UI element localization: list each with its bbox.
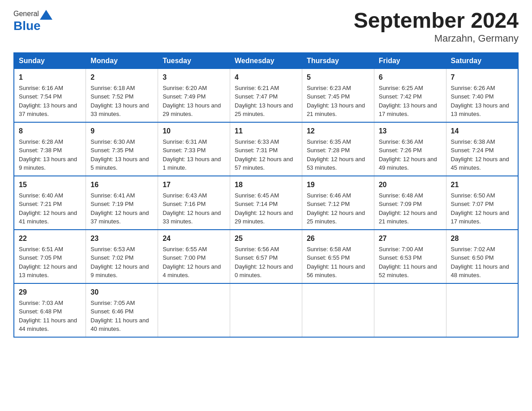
logo-triangle-icon — [40, 10, 52, 20]
calendar-cell: 1Sunrise: 6:16 AMSunset: 7:54 PMDaylight… — [14, 68, 86, 122]
day-info: Sunrise: 6:26 AMSunset: 7:40 PMDaylight:… — [451, 84, 513, 119]
day-number: 24 — [163, 233, 225, 244]
day-number: 8 — [19, 126, 81, 137]
day-number: 12 — [307, 126, 369, 137]
day-number: 5 — [307, 72, 369, 83]
day-number: 30 — [90, 287, 153, 298]
day-info: Sunrise: 6:55 AMSunset: 7:00 PMDaylight:… — [163, 245, 225, 280]
calendar-cell: 25Sunrise: 6:56 AMSunset: 6:57 PMDayligh… — [230, 230, 302, 283]
day-info: Sunrise: 6:45 AMSunset: 7:14 PMDaylight:… — [235, 191, 297, 226]
day-info: Sunrise: 7:05 AMSunset: 6:46 PMDaylight:… — [90, 299, 153, 334]
calendar-header: SundayMondayTuesdayWednesdayThursdayFrid… — [14, 53, 518, 69]
header-row: SundayMondayTuesdayWednesdayThursdayFrid… — [14, 53, 518, 69]
week-row-3: 15Sunrise: 6:40 AMSunset: 7:21 PMDayligh… — [14, 176, 518, 230]
day-info: Sunrise: 6:56 AMSunset: 6:57 PMDaylight:… — [235, 245, 297, 280]
calendar-cell: 2Sunrise: 6:18 AMSunset: 7:52 PMDaylight… — [86, 68, 158, 122]
header-cell-tuesday: Tuesday — [158, 53, 230, 69]
week-row-2: 8Sunrise: 6:28 AMSunset: 7:38 PMDaylight… — [14, 122, 518, 176]
day-number: 22 — [19, 233, 81, 244]
day-info: Sunrise: 6:31 AMSunset: 7:33 PMDaylight:… — [163, 137, 225, 172]
day-number: 20 — [379, 180, 442, 190]
week-row-1: 1Sunrise: 6:16 AMSunset: 7:54 PMDaylight… — [14, 68, 518, 122]
day-info: Sunrise: 6:18 AMSunset: 7:52 PMDaylight:… — [90, 84, 153, 119]
day-number: 1 — [19, 72, 81, 83]
day-number: 23 — [90, 233, 153, 244]
day-number: 6 — [379, 72, 442, 83]
header-cell-friday: Friday — [374, 53, 446, 69]
calendar-cell: 8Sunrise: 6:28 AMSunset: 7:38 PMDaylight… — [14, 122, 86, 176]
week-row-5: 29Sunrise: 7:03 AMSunset: 6:48 PMDayligh… — [14, 283, 518, 337]
day-info: Sunrise: 6:43 AMSunset: 7:16 PMDaylight:… — [163, 191, 225, 226]
day-number: 19 — [307, 180, 369, 190]
day-number: 9 — [90, 126, 153, 137]
day-info: Sunrise: 6:25 AMSunset: 7:42 PMDaylight:… — [379, 84, 442, 119]
day-number: 7 — [451, 72, 513, 83]
calendar-cell: 13Sunrise: 6:36 AMSunset: 7:26 PMDayligh… — [374, 122, 446, 176]
header-cell-thursday: Thursday — [302, 53, 374, 69]
day-number: 2 — [90, 72, 153, 83]
calendar-cell: 7Sunrise: 6:26 AMSunset: 7:40 PMDaylight… — [446, 68, 518, 122]
calendar-location: Marzahn, Germany — [354, 33, 519, 44]
calendar-cell: 10Sunrise: 6:31 AMSunset: 7:33 PMDayligh… — [158, 122, 230, 176]
header-cell-sunday: Sunday — [14, 53, 86, 69]
logo: General Blue — [13, 9, 53, 33]
calendar-cell: 15Sunrise: 6:40 AMSunset: 7:21 PMDayligh… — [14, 176, 86, 230]
day-number: 17 — [163, 180, 225, 190]
calendar-cell: 18Sunrise: 6:45 AMSunset: 7:14 PMDayligh… — [230, 176, 302, 230]
calendar-cell: 9Sunrise: 6:30 AMSunset: 7:35 PMDaylight… — [86, 122, 158, 176]
day-info: Sunrise: 6:20 AMSunset: 7:49 PMDaylight:… — [163, 84, 225, 119]
day-info: Sunrise: 6:23 AMSunset: 7:45 PMDaylight:… — [307, 84, 369, 119]
day-info: Sunrise: 6:58 AMSunset: 6:55 PMDaylight:… — [307, 245, 369, 280]
day-info: Sunrise: 6:30 AMSunset: 7:35 PMDaylight:… — [90, 137, 153, 172]
calendar-cell — [302, 283, 374, 337]
logo-blue-text: Blue — [13, 19, 41, 33]
calendar-cell: 11Sunrise: 6:33 AMSunset: 7:31 PMDayligh… — [230, 122, 302, 176]
day-info: Sunrise: 6:53 AMSunset: 7:02 PMDaylight:… — [90, 245, 153, 280]
day-number: 21 — [451, 180, 513, 190]
calendar-cell — [230, 283, 302, 337]
day-number: 15 — [19, 180, 81, 190]
day-info: Sunrise: 7:00 AMSunset: 6:53 PMDaylight:… — [379, 245, 442, 280]
calendar-cell: 28Sunrise: 7:02 AMSunset: 6:50 PMDayligh… — [446, 230, 518, 283]
title-block: September 2024 Marzahn, Germany — [354, 9, 519, 44]
day-info: Sunrise: 6:40 AMSunset: 7:21 PMDaylight:… — [19, 191, 81, 226]
header-cell-saturday: Saturday — [446, 53, 518, 69]
calendar-cell: 19Sunrise: 6:46 AMSunset: 7:12 PMDayligh… — [302, 176, 374, 230]
calendar-cell: 5Sunrise: 6:23 AMSunset: 7:45 PMDaylight… — [302, 68, 374, 122]
calendar-cell — [374, 283, 446, 337]
calendar-cell: 29Sunrise: 7:03 AMSunset: 6:48 PMDayligh… — [14, 283, 86, 337]
calendar-cell: 27Sunrise: 7:00 AMSunset: 6:53 PMDayligh… — [374, 230, 446, 283]
calendar-table: SundayMondayTuesdayWednesdayThursdayFrid… — [13, 52, 519, 338]
calendar-cell: 17Sunrise: 6:43 AMSunset: 7:16 PMDayligh… — [158, 176, 230, 230]
day-info: Sunrise: 6:16 AMSunset: 7:54 PMDaylight:… — [19, 84, 81, 119]
day-number: 29 — [19, 287, 81, 298]
day-number: 10 — [163, 126, 225, 137]
calendar-cell: 20Sunrise: 6:48 AMSunset: 7:09 PMDayligh… — [374, 176, 446, 230]
day-info: Sunrise: 6:36 AMSunset: 7:26 PMDaylight:… — [379, 137, 442, 172]
logo-general-text: General — [13, 10, 39, 18]
calendar-cell: 23Sunrise: 6:53 AMSunset: 7:02 PMDayligh… — [86, 230, 158, 283]
day-info: Sunrise: 6:28 AMSunset: 7:38 PMDaylight:… — [19, 137, 81, 172]
calendar-cell — [446, 283, 518, 337]
header-cell-monday: Monday — [86, 53, 158, 69]
day-number: 25 — [235, 233, 297, 244]
day-number: 4 — [235, 72, 297, 83]
day-number: 28 — [451, 233, 513, 244]
day-info: Sunrise: 6:48 AMSunset: 7:09 PMDaylight:… — [379, 191, 442, 226]
day-info: Sunrise: 7:03 AMSunset: 6:48 PMDaylight:… — [19, 299, 81, 334]
header-cell-wednesday: Wednesday — [230, 53, 302, 69]
page-header: General Blue September 2024 Marzahn, Ger… — [13, 9, 519, 44]
calendar-cell: 14Sunrise: 6:38 AMSunset: 7:24 PMDayligh… — [446, 122, 518, 176]
day-info: Sunrise: 6:33 AMSunset: 7:31 PMDaylight:… — [235, 137, 297, 172]
day-number: 14 — [451, 126, 513, 137]
day-number: 13 — [379, 126, 442, 137]
day-info: Sunrise: 6:51 AMSunset: 7:05 PMDaylight:… — [19, 245, 81, 280]
day-info: Sunrise: 6:41 AMSunset: 7:19 PMDaylight:… — [90, 191, 153, 226]
day-info: Sunrise: 6:21 AMSunset: 7:47 PMDaylight:… — [235, 84, 297, 119]
calendar-cell: 4Sunrise: 6:21 AMSunset: 7:47 PMDaylight… — [230, 68, 302, 122]
day-number: 3 — [163, 72, 225, 83]
calendar-cell: 26Sunrise: 6:58 AMSunset: 6:55 PMDayligh… — [302, 230, 374, 283]
calendar-cell — [158, 283, 230, 337]
calendar-title: September 2024 — [354, 9, 519, 33]
day-number: 11 — [235, 126, 297, 137]
